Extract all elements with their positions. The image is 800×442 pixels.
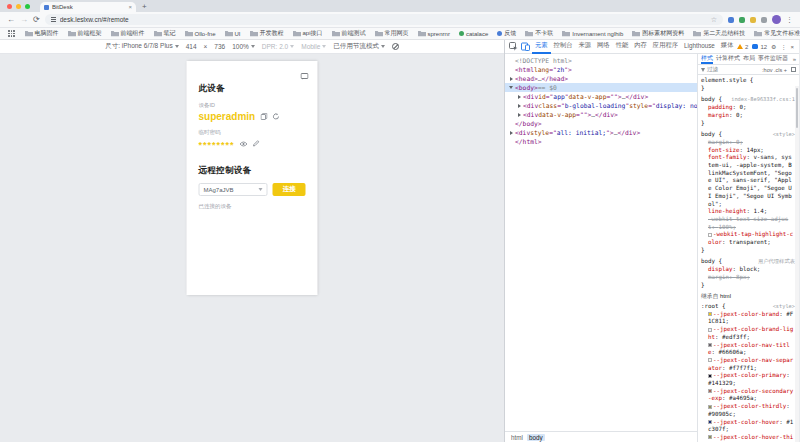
issues-icon[interactable] [752, 44, 758, 49]
more-tabs-icon[interactable]: » [793, 54, 796, 64]
dom-tree-row[interactable]: <body> == $0 [505, 83, 697, 92]
tree-arrow-icon[interactable] [507, 131, 515, 135]
settings-gear-icon[interactable]: ⚙ [771, 43, 776, 50]
device-toolbar-item[interactable]: DPR: 2.0 [262, 43, 294, 50]
style-toggles[interactable]: :hov .cls + [762, 67, 787, 73]
new-tab-button[interactable]: + [142, 2, 147, 12]
css-property[interactable]: margin: 0; [701, 139, 795, 147]
device-toolbar-item[interactable]: 已停用节流模式 [333, 42, 385, 51]
tree-arrow-icon[interactable] [515, 95, 523, 99]
devtools-tab-来源[interactable]: 来源 [575, 40, 594, 54]
breadcrumb-body[interactable]: body [527, 434, 545, 441]
css-property[interactable]: font-size: 14px; [701, 147, 795, 155]
refresh-icon[interactable] [272, 113, 279, 120]
bookmark-item[interactable]: Ollo-fne [185, 30, 216, 38]
throttle-disabled-icon[interactable] [392, 43, 399, 50]
css-property[interactable]: margin: 8px; [701, 274, 795, 282]
css-property[interactable]: --jpext-color-brand-light: #edf3ff; [701, 326, 795, 341]
css-property[interactable]: line-height: 1.4; [701, 208, 795, 216]
styles-scrollbar[interactable] [795, 86, 799, 442]
devtools-tab-元素[interactable]: 元素 [532, 40, 551, 54]
connect-button[interactable]: 连接 [273, 183, 306, 196]
profile-avatar[interactable] [772, 15, 781, 24]
styles-tab-计算样式[interactable]: 计算样式 [716, 54, 740, 64]
css-property[interactable]: margin: 0; [701, 112, 795, 120]
device-toolbar-item[interactable]: 100% [232, 43, 255, 50]
breadcrumb-html[interactable]: html [509, 434, 525, 441]
css-property[interactable]: font-family: v-sans, system-ui, -apple-s… [701, 154, 795, 208]
close-window-button[interactable] [7, 4, 12, 9]
devtools-close-icon[interactable]: × [790, 44, 794, 50]
dom-tree-row[interactable]: </body> [505, 119, 697, 128]
dom-tree-row[interactable]: <head>…</head> [505, 74, 697, 83]
bookmark-item[interactable]: 笔记 [154, 29, 176, 38]
bookmark-item[interactable]: 前端测试 [332, 29, 366, 38]
extension-gray-icon[interactable] [761, 17, 767, 23]
bookmark-item[interactable]: 图标素材网资料 [632, 29, 684, 38]
apps-grid-icon[interactable] [8, 30, 15, 37]
color-swatch[interactable] [708, 233, 712, 237]
forward-icon[interactable]: → [20, 16, 28, 24]
device-toolbar-toggle-icon[interactable] [520, 41, 531, 52]
maximize-window-button[interactable] [25, 4, 30, 9]
css-property[interactable]: display: block; [701, 266, 795, 274]
tree-arrow-icon[interactable] [507, 86, 515, 89]
devtools-menu-icon[interactable]: ⋮ [780, 43, 786, 50]
bookmark-star-icon[interactable]: ☆ [711, 16, 717, 24]
stylesheet-source-link[interactable]: <style> [773, 131, 795, 139]
device-toolbar-item[interactable]: 尺寸: iPhone 6/7/8 Plus [105, 42, 179, 51]
address-bar[interactable]: desk.leslxw.cn/#/remote ☆ [45, 14, 723, 25]
color-swatch[interactable] [708, 389, 712, 393]
css-property[interactable]: --jpext-color-thirdly: #90905c; [701, 403, 795, 418]
css-property[interactable]: padding: 0; [701, 104, 795, 112]
devtools-tab-内存[interactable]: 内存 [631, 40, 650, 54]
tab-close-icon[interactable]: × [128, 4, 132, 10]
color-swatch[interactable] [708, 343, 712, 347]
site-settings-icon[interactable] [51, 17, 56, 22]
dom-tree-row[interactable]: <div data-v-app="">…</div> [505, 110, 697, 119]
css-property[interactable]: --jpext-color-hover: #1c307f; [701, 419, 795, 434]
bookmark-item[interactable]: 开发教程 [250, 29, 284, 38]
css-property[interactable]: --jpext-color-nav-separator: #f7f7f1; [701, 357, 795, 372]
styles-tab-布局[interactable]: 布局 [743, 54, 755, 64]
remote-device-select[interactable]: MAg7aJVB [199, 183, 268, 196]
styles-tab-事件监听器[interactable]: 事件监听器 [758, 54, 788, 64]
dom-tree-row[interactable]: <div style="all: initial;">…</div> [505, 128, 697, 137]
bookmark-item[interactable]: 电脑固件 [25, 29, 59, 38]
warning-icon[interactable] [737, 44, 743, 49]
css-property[interactable]: --jpext-color-nav-title: #66606a; [701, 342, 795, 357]
devtools-tab-性能[interactable]: 性能 [613, 40, 632, 54]
bookmark-item[interactable]: 不卡联 [525, 29, 553, 38]
dom-tree-row[interactable]: </html> [505, 137, 697, 146]
bookmark-item[interactable]: api接口 [293, 29, 323, 38]
bookmark-item[interactable]: 前端组件 [111, 29, 145, 38]
color-swatch[interactable] [708, 328, 712, 332]
device-toolbar-item[interactable]: Mobile [301, 43, 326, 50]
bookmark-item[interactable]: 常见文件标准 [754, 29, 800, 38]
color-swatch[interactable] [708, 358, 712, 362]
color-swatch[interactable] [708, 405, 712, 409]
css-property[interactable]: --jpext-color-primary: #141329; [701, 372, 795, 387]
extension-green-icon[interactable] [739, 17, 745, 23]
devtools-tab-控制台[interactable]: 控制台 [551, 40, 576, 54]
reload-icon[interactable]: ⟳ [33, 16, 40, 24]
extension-yellow-icon[interactable] [750, 17, 756, 23]
filter-placeholder[interactable]: 过滤 [707, 66, 718, 73]
styles-tab-样式[interactable]: 样式 [701, 54, 713, 64]
color-swatch[interactable] [708, 312, 712, 316]
devtools-tab-媒体[interactable]: 媒体 [718, 40, 736, 54]
connected-devices-link[interactable]: 已连接的设备 [199, 203, 306, 210]
tree-arrow-icon[interactable] [507, 77, 515, 81]
devtools-tab-Lighthouse[interactable]: Lighthouse [681, 40, 718, 54]
stylesheet-source-link[interactable]: index-8e96333f.css:1 [731, 96, 795, 104]
edit-icon[interactable] [253, 140, 260, 147]
minimize-window-button[interactable] [16, 4, 21, 9]
bookmark-item[interactable]: 前端框架 [68, 29, 102, 38]
css-property[interactable]: -webkit-text-size-adjust: 100%; [701, 216, 795, 231]
css-property[interactable]: --jpext-color-hover-thirdly: #8d905a; [701, 434, 795, 442]
dom-tree-row[interactable]: <div id="app" data-v-app="">…</div> [505, 92, 697, 101]
eye-icon[interactable] [240, 141, 248, 147]
css-property[interactable]: --jpext-color-brand: #F1C811; [701, 311, 795, 326]
tree-arrow-icon[interactable] [515, 104, 523, 108]
bookmark-item[interactable]: Invernament nglhib [562, 30, 623, 38]
